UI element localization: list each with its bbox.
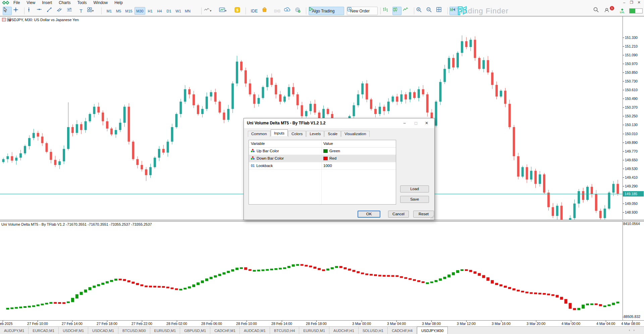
time-tick-label: 4 Mar 08:00: [621, 322, 640, 326]
level-indicator[interactable]: ◆ LVL: [618, 7, 627, 15]
shapes-tool-button[interactable]: ▼: [87, 7, 99, 15]
window-close-button[interactable]: ✕: [635, 0, 643, 5]
vertical-line-tool-button[interactable]: [26, 7, 35, 15]
dialog-tab-visualization[interactable]: Visualization: [341, 131, 369, 137]
parameter-row-lookback[interactable]: 01Lookback1000: [249, 162, 396, 170]
dialog-close-button[interactable]: ✕: [422, 120, 432, 126]
dialog-tab-inputs[interactable]: Inputs: [271, 129, 288, 136]
symbol-tab-audcad-m1[interactable]: AUDCAD,M1: [240, 327, 270, 334]
dialog-tab-levels[interactable]: Levels: [306, 131, 324, 137]
tile-windows-button[interactable]: [436, 7, 445, 15]
market-button[interactable]: [262, 7, 271, 15]
crosshair-tool-button[interactable]: [13, 7, 22, 15]
window-minimize-button[interactable]: –: [621, 0, 628, 4]
symbol-tab-usdchf-m1[interactable]: USDCHF,M1: [59, 327, 88, 334]
zoom-in-button[interactable]: [416, 7, 425, 15]
horizontal-line-tool-button[interactable]: [36, 7, 45, 15]
channel-tool-button[interactable]: [56, 7, 65, 15]
timeframe-m5[interactable]: M5: [114, 7, 123, 15]
community-globe-icon: [295, 7, 301, 13]
zoom-out-icon: [426, 7, 432, 12]
new-order-plus-icon: [347, 7, 352, 11]
time-tick-label: 28 Feb 18:00: [306, 322, 327, 326]
symbol-tab-audjpy-m1[interactable]: AUDJPY,M1: [0, 327, 29, 334]
save-button[interactable]: Save: [400, 196, 429, 203]
symbol-tab-cadchf-m1[interactable]: CADCHF,M1: [210, 327, 240, 334]
zoom-out-button[interactable]: [426, 7, 435, 15]
time-axis[interactable]: 27 Feb 202527 Feb 10:0027 Feb 14:0027 Fe…: [0, 320, 644, 326]
menu-view[interactable]: View: [23, 0, 39, 5]
symbol-tab-btcusd-m30[interactable]: BTCUSD,M30: [118, 327, 150, 334]
ide-button[interactable]: IDE: [248, 7, 260, 15]
cursor-tool-button[interactable]: [3, 7, 12, 15]
symbol-tab-cadchf-h4[interactable]: CADCHF,H4: [388, 327, 417, 334]
indicator-panel[interactable]: Uni Volume Delta MT5 - By TFlab V1.2 -71…: [0, 222, 644, 320]
trendline-tool-button[interactable]: [46, 7, 55, 15]
symbol-tab-eurusd-m1[interactable]: EURUSD,M1: [150, 327, 180, 334]
symbol-tab-usdjpy-m30[interactable]: USDJPY,M30: [417, 327, 448, 334]
signals-button[interactable]: ((o)): [272, 7, 283, 15]
ok-button[interactable]: OK: [358, 211, 380, 218]
price-tick-label: 150.730: [625, 79, 638, 83]
text-tool-button[interactable]: T: [76, 7, 86, 15]
bar-chart-mode-button[interactable]: [382, 7, 391, 15]
dialog-titlebar[interactable]: Uni Volume Delta MT5 - By TFlab V1.2 1.2…: [244, 118, 434, 128]
line-chart-mode-button[interactable]: [402, 7, 412, 15]
community-button[interactable]: [294, 7, 304, 15]
dialog-tab-colors[interactable]: Colors: [288, 131, 306, 137]
time-tick-label: 28 Feb 02:00: [166, 322, 187, 326]
tab-scroll-arrows[interactable]: ‹›: [629, 328, 638, 332]
menu-charts[interactable]: Charts: [55, 0, 74, 5]
search-button[interactable]: [593, 7, 602, 15]
symbol-tab-gbpusd-m1[interactable]: GBPUSD,M1: [180, 327, 210, 334]
symbol-tab-audchf-h1[interactable]: AUDCHF,H1: [329, 327, 359, 334]
dialog-maximize-button[interactable]: ◻: [411, 120, 421, 126]
parameter-row-down-bar-color[interactable]: Down Bar ColorRed: [249, 155, 396, 162]
dialog-minimize-button[interactable]: –: [399, 120, 410, 126]
line-chart-style-button[interactable]: ▼: [204, 7, 217, 15]
symbol-tab-eurcad-m1[interactable]: EURCAD,M1: [29, 327, 59, 334]
symbol-tab-solusd-h1[interactable]: SOLUSD,H1: [359, 327, 388, 334]
dollar-icon: $: [234, 7, 240, 13]
timeframe-w1[interactable]: W1: [174, 7, 183, 15]
timeframe-mn[interactable]: MN: [183, 7, 192, 15]
dialog-tab-common[interactable]: Common: [248, 131, 270, 137]
dialog-tab-scale[interactable]: Scale: [324, 131, 341, 137]
menu-tools[interactable]: Tools: [74, 0, 90, 5]
dialog-resize-grip[interactable]: [430, 216, 434, 219]
timeframe-h4[interactable]: H4: [155, 7, 164, 15]
parameters-table[interactable]: Variable Value Up Bar ColorGreenDown Bar…: [249, 140, 396, 205]
timeframe-d1[interactable]: D1: [164, 7, 173, 15]
timeframe-m1[interactable]: M1: [105, 7, 114, 15]
timeframe-h1[interactable]: H1: [146, 7, 155, 15]
parameter-name: Lookback: [256, 164, 273, 168]
load-button[interactable]: Load: [400, 185, 429, 192]
menu-help[interactable]: Help: [111, 0, 126, 5]
menu-window[interactable]: Window: [90, 0, 111, 5]
notifications-button[interactable]: 1: [604, 7, 614, 15]
timeframe-m15[interactable]: M15: [123, 7, 134, 15]
timeframe-m30[interactable]: M30: [135, 7, 145, 15]
symbol-tab-usdcad-m1[interactable]: USDCAD,M1: [88, 327, 118, 334]
cancel-button[interactable]: Cancel: [388, 211, 409, 218]
parameter-row-up-bar-color[interactable]: Up Bar ColorGreen: [249, 148, 396, 155]
time-tick-label: 3 Mar 08:00: [422, 322, 441, 326]
equidistant-tool-button[interactable]: [66, 7, 75, 15]
algo-trading-button[interactable]: Algo Trading: [309, 7, 344, 15]
parameter-value[interactable]: Green: [329, 149, 340, 153]
parameter-value[interactable]: Red: [329, 156, 336, 160]
menu-file[interactable]: File: [10, 0, 23, 5]
new-order-button[interactable]: New Order: [347, 7, 378, 15]
symbol-tab-eurusd-m1[interactable]: EURUSD,M1: [299, 327, 329, 334]
text-tool-icon: T: [79, 8, 83, 14]
window-restore-button[interactable]: ❐: [628, 0, 635, 5]
economic-calendar-button[interactable]: $: [234, 7, 243, 15]
symbol-tab-btcusd-h4[interactable]: BTCUSD,H4: [270, 327, 299, 334]
candlestick-mode-button[interactable]: [392, 7, 401, 15]
price-axis[interactable]: 151.330151.210151.090150.970150.850150.7…: [623, 16, 644, 220]
cloud-button[interactable]: [284, 7, 293, 15]
menu-insert[interactable]: Insert: [39, 0, 55, 5]
chart-template-button[interactable]: ▼: [219, 7, 232, 15]
parameter-value[interactable]: 1000: [323, 164, 332, 168]
depth-of-market-icon[interactable]: [2, 18, 6, 21]
